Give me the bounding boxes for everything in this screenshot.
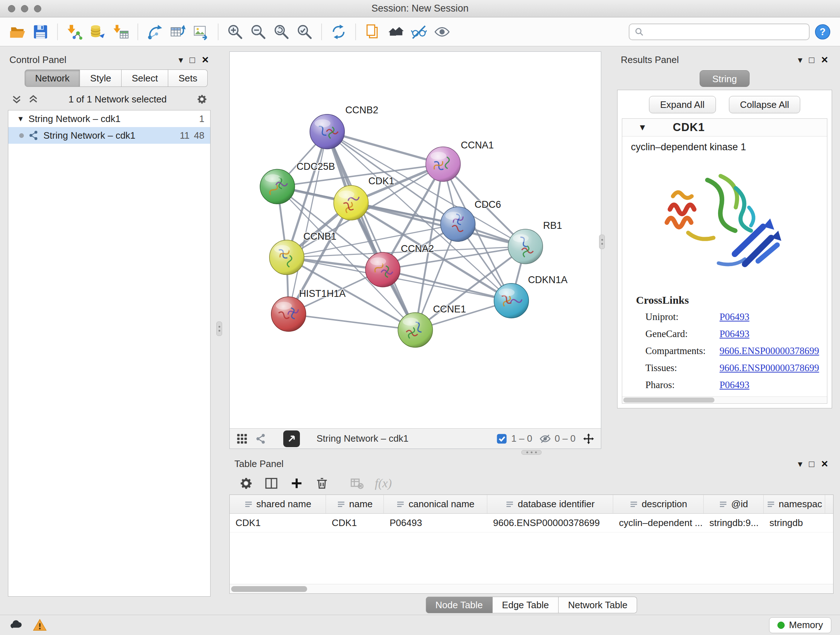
pan-move-icon[interactable] bbox=[583, 433, 594, 445]
panel-collapse-icon[interactable]: ▾ bbox=[798, 459, 802, 469]
column-header--id[interactable]: @id bbox=[704, 495, 764, 513]
add-column-icon[interactable] bbox=[289, 476, 304, 491]
crosslink-label: Uniprot: bbox=[645, 311, 720, 323]
table-cell[interactable]: stringdb bbox=[764, 514, 825, 532]
column-options-icon bbox=[630, 500, 638, 509]
tab-string[interactable]: String bbox=[699, 70, 750, 87]
columns-icon[interactable] bbox=[264, 476, 279, 491]
export-image-button[interactable] bbox=[191, 22, 211, 42]
zoom-in-button[interactable] bbox=[225, 22, 245, 42]
gene-header[interactable]: ▼ CDK1 bbox=[622, 119, 827, 136]
new-table-button[interactable] bbox=[168, 22, 188, 42]
minimize-window-button[interactable] bbox=[21, 5, 28, 12]
panel-collapse-icon[interactable]: ▾ bbox=[178, 55, 183, 65]
table-row[interactable]: CDK1CDK1P064939606.ENSP00000378699cyclin… bbox=[230, 514, 833, 532]
new-network-button[interactable] bbox=[145, 22, 165, 42]
zoom-fit-button[interactable] bbox=[271, 22, 292, 42]
network-node-HIST1H1A[interactable]: HIST1H1A bbox=[271, 288, 346, 332]
import-network-from-database-button[interactable] bbox=[88, 22, 108, 42]
gear-icon[interactable] bbox=[196, 93, 208, 105]
import-table-from-file-button[interactable] bbox=[111, 22, 131, 42]
tab-style[interactable]: Style bbox=[80, 70, 122, 87]
help-button[interactable]: ? bbox=[813, 22, 833, 42]
network-node-CCNB1[interactable]: CCNB1 bbox=[270, 231, 336, 275]
column-header-name[interactable]: name bbox=[326, 495, 384, 513]
table-cell[interactable]: cyclin–dependent ... bbox=[613, 514, 704, 532]
column-header-description[interactable]: description bbox=[613, 495, 704, 513]
zoom-window-button[interactable] bbox=[34, 5, 41, 12]
crosslink-link[interactable]: 9606.ENSP00000378699 bbox=[720, 345, 819, 356]
gene-section: ▼ CDK1 cyclin–dependent kinase 1 bbox=[622, 119, 827, 404]
network-node-CCNE1[interactable]: CCNE1 bbox=[398, 304, 466, 348]
table-cell[interactable]: CDK1 bbox=[230, 514, 326, 532]
table-cell[interactable]: stringdb:9... bbox=[704, 514, 764, 532]
tree-expander-icon[interactable]: ▼ bbox=[17, 115, 24, 123]
collapse-all-button[interactable]: Collapse All bbox=[729, 96, 801, 113]
import-network-from-file-button[interactable] bbox=[65, 22, 85, 42]
birdseye-view-button[interactable] bbox=[283, 431, 300, 447]
left-splitter-handle[interactable] bbox=[216, 321, 222, 336]
column-header-canonical-name[interactable]: canonical name bbox=[384, 495, 487, 513]
grid-view-icon[interactable] bbox=[236, 433, 248, 445]
network-node-CCNA1[interactable]: CCNA1 bbox=[426, 140, 494, 181]
crosslink-link[interactable]: 9606.ENSP00000378699 bbox=[720, 363, 819, 374]
column-header-namespac[interactable]: namespac bbox=[764, 495, 825, 513]
table-cell[interactable]: P06493 bbox=[384, 514, 487, 532]
panel-close-icon[interactable]: ✕ bbox=[821, 55, 829, 65]
results-hscrollbar[interactable] bbox=[622, 396, 827, 403]
horizontal-splitter[interactable] bbox=[229, 449, 834, 455]
panel-collapse-icon[interactable]: ▾ bbox=[798, 55, 802, 65]
panel-close-icon[interactable]: ✕ bbox=[821, 459, 829, 469]
node-label: CCNA1 bbox=[461, 140, 494, 150]
crosslink-link[interactable]: P06493 bbox=[720, 379, 750, 391]
panel-close-icon[interactable]: ✕ bbox=[202, 55, 209, 65]
expand-all-button[interactable]: Expand All bbox=[649, 96, 716, 113]
network-node-CDKN1A[interactable]: CDKN1A bbox=[494, 274, 568, 318]
table-cell[interactable]: CDK1 bbox=[326, 514, 384, 532]
crosslink-link[interactable]: P06493 bbox=[720, 328, 750, 340]
tab-network-table[interactable]: Network Table bbox=[559, 597, 637, 613]
zoom-selected-button[interactable] bbox=[294, 22, 315, 42]
column-header-database-identifier[interactable]: database identifier bbox=[487, 495, 613, 513]
panel-float-icon[interactable]: □ bbox=[809, 55, 814, 65]
open-session-button[interactable] bbox=[7, 22, 27, 42]
share-view-icon[interactable] bbox=[255, 433, 267, 445]
save-session-button[interactable] bbox=[30, 22, 51, 42]
crosslink-link[interactable]: P06493 bbox=[720, 311, 750, 323]
network-canvas[interactable]: CCNB2CCNA1CDC25BCDK1CDC6RB1CCNB1CCNA2CDK… bbox=[230, 52, 601, 428]
help-icon: ? bbox=[814, 24, 831, 40]
tab-select[interactable]: Select bbox=[122, 70, 168, 87]
network-node-RB1[interactable]: RB1 bbox=[508, 220, 562, 264]
search-input[interactable] bbox=[647, 26, 804, 37]
home-button[interactable] bbox=[386, 22, 406, 42]
zoom-out-button[interactable] bbox=[248, 22, 268, 42]
network-view[interactable]: CCNB2CCNA1CDC25BCDK1CDC6RB1CCNB1CCNA2CDK… bbox=[229, 51, 601, 449]
memory-button[interactable]: Memory bbox=[769, 617, 831, 633]
panel-float-icon[interactable]: □ bbox=[189, 55, 195, 65]
warning-icon[interactable] bbox=[33, 618, 47, 632]
panel-float-icon[interactable]: □ bbox=[809, 459, 814, 469]
network-collection-row[interactable]: ▼ String Network – cdk1 1 bbox=[8, 111, 210, 127]
hide-glasses-button[interactable] bbox=[409, 22, 429, 42]
table-hscrollbar[interactable] bbox=[230, 584, 833, 593]
tab-node-table[interactable]: Node Table bbox=[426, 597, 493, 613]
tab-edge-table[interactable]: Edge Table bbox=[493, 597, 559, 613]
delete-column-icon[interactable] bbox=[315, 476, 329, 491]
expand-all-icon[interactable] bbox=[27, 93, 39, 105]
column-header-shared-name[interactable]: shared name bbox=[230, 495, 326, 513]
close-window-button[interactable] bbox=[8, 5, 15, 12]
table-panel-title: Table Panel bbox=[234, 458, 791, 470]
collapse-all-icon[interactable] bbox=[11, 93, 22, 105]
tab-sets[interactable]: Sets bbox=[168, 70, 208, 87]
section-expander-icon[interactable]: ▼ bbox=[638, 122, 647, 133]
search-field[interactable] bbox=[629, 24, 810, 40]
tab-network[interactable]: Network bbox=[25, 70, 80, 87]
copy-style-button[interactable] bbox=[363, 22, 383, 42]
gear-icon[interactable] bbox=[239, 476, 253, 491]
network-row-selected[interactable]: String Network – cdk1 11 48 bbox=[8, 127, 210, 144]
show-eye-button[interactable] bbox=[432, 22, 452, 42]
apply-layout-button[interactable] bbox=[328, 22, 349, 42]
right-splitter-handle[interactable] bbox=[599, 234, 605, 249]
cloud-icon[interactable] bbox=[9, 618, 23, 632]
table-cell[interactable]: 9606.ENSP00000378699 bbox=[487, 514, 613, 532]
